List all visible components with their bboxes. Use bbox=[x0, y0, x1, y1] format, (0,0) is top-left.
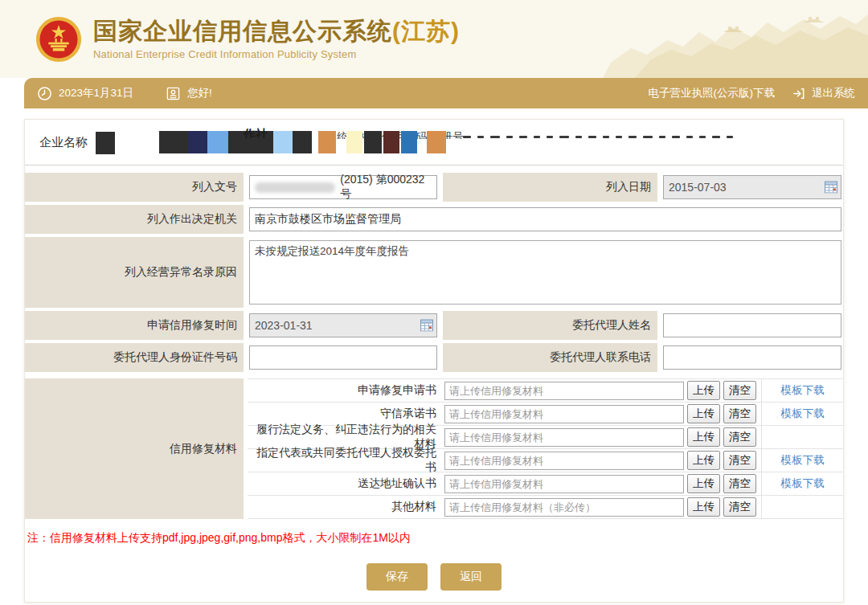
redacted-code-dashes bbox=[463, 136, 733, 138]
redaction-block-group bbox=[159, 131, 312, 153]
upload-row: 其他材料 上传 清空 bbox=[248, 496, 843, 519]
listing-date-label: 列入日期 bbox=[443, 173, 657, 202]
listing-date-input[interactable] bbox=[663, 175, 841, 199]
reason-label: 列入经营异常名录原因 bbox=[25, 237, 244, 308]
agent-phone-label: 委托代理人联系电话 bbox=[443, 343, 657, 372]
redaction-blur bbox=[255, 182, 335, 193]
calendar-icon[interactable] bbox=[825, 182, 837, 194]
template-download-link[interactable]: 模板下载 bbox=[781, 476, 825, 491]
upload-button[interactable]: 上传 bbox=[687, 381, 720, 400]
page-subtitle: National Enterprise Credit Information P… bbox=[93, 48, 460, 60]
clipped-text-fragment: 作社 bbox=[244, 127, 268, 138]
current-date: 2023年1月31日 bbox=[59, 86, 133, 100]
user-id-icon bbox=[166, 86, 181, 101]
national-emblem-icon bbox=[35, 16, 82, 63]
enterprise-name-label: 企业名称 bbox=[39, 135, 88, 150]
upload-section: 信用修复材料 申请修复申请书 上传 清空 模板下载 守信承诺书 上传 清空 bbox=[25, 378, 843, 519]
form-row: 列入文号 (2015) 第000232号 列入日期 bbox=[25, 173, 843, 202]
upload-group-label: 信用修复材料 bbox=[25, 378, 244, 519]
clear-button[interactable]: 清空 bbox=[723, 474, 756, 493]
redaction-block-group bbox=[346, 131, 417, 153]
calendar-icon[interactable] bbox=[420, 320, 433, 332]
credit-repair-form: 列入文号 (2015) 第000232号 列入日期 列入作出决定机关 bbox=[25, 173, 843, 519]
template-download-link[interactable]: 模板下载 bbox=[781, 407, 825, 421]
authority-label: 列入作出决定机关 bbox=[25, 205, 244, 234]
upload-format-note: 注：信用修复材料上传支持pdf,jpg,jpeg,gif,png,bmp格式，大… bbox=[27, 531, 843, 546]
upload-button[interactable]: 上传 bbox=[687, 427, 720, 447]
site-header: 国家企业信用信息公示系统(江苏) National Enterprise Cre… bbox=[0, 0, 868, 78]
upload-file-input[interactable] bbox=[444, 475, 684, 493]
topbar: 2023年1月31日 您好! 电子营业执照(公示版)下载 退出系统 bbox=[24, 78, 868, 108]
upload-row-label: 守信承诺书 bbox=[248, 407, 444, 421]
upload-file-input[interactable] bbox=[444, 405, 684, 423]
clock-icon bbox=[37, 86, 52, 101]
upload-button[interactable]: 上传 bbox=[687, 451, 720, 470]
form-row: 列入经营异常名录原因 未按规定报送2014年度年度报告 bbox=[25, 237, 843, 308]
upload-file-input[interactable] bbox=[444, 428, 684, 447]
upload-row: 送达地址确认书 上传 清空 模板下载 bbox=[248, 472, 843, 496]
upload-button[interactable]: 上传 bbox=[687, 474, 720, 493]
upload-row-label: 送达地址确认书 bbox=[248, 476, 444, 491]
enterprise-info-row: 企业名称 作社 统一社会信用代码/注册号 bbox=[25, 120, 843, 166]
greeting-text: 您好! bbox=[187, 86, 212, 100]
upload-file-input[interactable] bbox=[444, 382, 684, 400]
upload-file-input[interactable] bbox=[444, 452, 684, 470]
listing-doc-field: (2015) 第000232号 bbox=[249, 175, 437, 199]
logout-icon bbox=[791, 86, 806, 101]
agent-id-label: 委托代理人身份证件号码 bbox=[25, 343, 244, 372]
upload-row-label: 申请修复申请书 bbox=[248, 383, 444, 398]
logout-button[interactable]: 退出系统 bbox=[812, 86, 855, 100]
upload-button[interactable]: 上传 bbox=[687, 404, 720, 423]
form-row: 列入作出决定机关 bbox=[25, 205, 843, 234]
agent-name-label: 委托代理人姓名 bbox=[443, 311, 657, 340]
agent-phone-input[interactable] bbox=[663, 345, 841, 370]
upload-file-input[interactable] bbox=[444, 498, 684, 517]
listing-doc-label: 列入文号 bbox=[25, 173, 244, 202]
template-download-link[interactable]: 模板下载 bbox=[781, 453, 825, 468]
upload-button[interactable]: 上传 bbox=[687, 497, 720, 517]
clear-button[interactable]: 清空 bbox=[723, 427, 756, 447]
save-button[interactable]: 保存 bbox=[366, 563, 428, 591]
upload-row-label: 指定代表或共同委托代理人授权委托书 bbox=[248, 446, 444, 475]
clear-button[interactable]: 清空 bbox=[723, 451, 756, 470]
apply-time-input[interactable] bbox=[249, 313, 437, 337]
reason-textarea[interactable]: 未按规定报送2014年度年度报告 bbox=[249, 240, 841, 305]
authority-input[interactable] bbox=[249, 207, 841, 231]
apply-time-label: 申请信用修复时间 bbox=[25, 311, 244, 340]
agent-id-input[interactable] bbox=[249, 345, 437, 370]
upload-row: 申请修复申请书 上传 清空 模板下载 bbox=[248, 379, 843, 403]
page: 国家企业信用信息公示系统(江苏) National Enterprise Cre… bbox=[0, 0, 868, 605]
clear-button[interactable]: 清空 bbox=[723, 381, 756, 400]
form-row: 委托代理人身份证件号码 委托代理人联系电话 bbox=[25, 343, 843, 372]
license-download-link[interactable]: 电子营业执照(公示版)下载 bbox=[649, 86, 776, 100]
main-panel: 企业名称 作社 统一社会信用代码/注册号 列入文号 (2015) 第000232… bbox=[24, 119, 844, 603]
page-title: 国家企业信用信息公示系统(江苏) bbox=[93, 18, 460, 46]
template-download-link[interactable]: 模板下载 bbox=[781, 383, 825, 398]
clear-button[interactable]: 清空 bbox=[723, 404, 756, 423]
back-button[interactable]: 返回 bbox=[440, 563, 502, 591]
upload-row-label: 其他材料 bbox=[248, 500, 444, 514]
redaction-block-group bbox=[427, 131, 446, 153]
agent-name-input[interactable] bbox=[663, 313, 841, 337]
listing-doc-value: (2015) 第000232号 bbox=[340, 173, 432, 202]
redaction-block-group bbox=[318, 131, 336, 153]
clear-button[interactable]: 清空 bbox=[723, 497, 756, 517]
form-actions: 保存 返回 bbox=[25, 563, 843, 591]
form-row: 申请信用修复时间 委托代理人姓名 bbox=[25, 311, 843, 340]
great-wall-watermark-icon bbox=[603, 0, 868, 78]
page-title-region: (江苏) bbox=[392, 18, 460, 44]
upload-row: 指定代表或共同委托代理人授权委托书 上传 清空 模板下载 bbox=[248, 449, 843, 472]
redaction-block bbox=[96, 132, 115, 151]
